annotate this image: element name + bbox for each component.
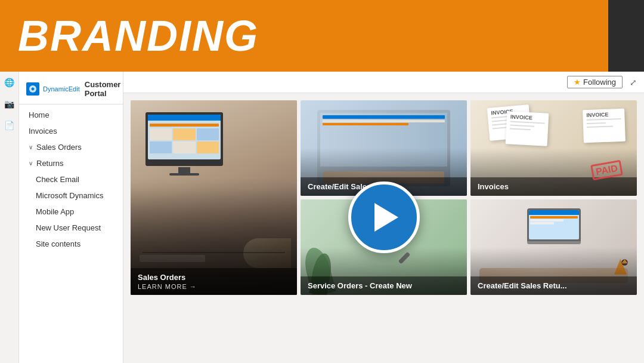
nav-label-returns: Returns bbox=[36, 159, 64, 168]
following-button[interactable]: ★ Following bbox=[567, 76, 623, 88]
content-top-bar: ★ Following ⤢ bbox=[123, 72, 644, 93]
tile-label-service-orders: Service Orders - Create New bbox=[301, 276, 467, 295]
nav-label-mobile: Mobile App bbox=[36, 207, 74, 216]
main-content: ★ Following ⤢ bbox=[123, 72, 644, 363]
top-banner: BRANDING bbox=[0, 0, 644, 72]
nav-item-home[interactable]: Home bbox=[19, 107, 123, 123]
logo-text: DynamicEdit bbox=[43, 85, 80, 93]
expand-icon[interactable]: ⤢ bbox=[630, 78, 637, 87]
nav-item-check-email[interactable]: Check Email bbox=[19, 171, 123, 187]
nav-label-dynamics: Microsoft Dynamics bbox=[36, 191, 103, 200]
tile-sales-orders[interactable]: Sales Orders LEARN MORE → bbox=[131, 100, 297, 295]
nav-item-site-contents[interactable]: Site contents bbox=[19, 236, 123, 252]
nav-item-returns[interactable]: ∨ Returns bbox=[19, 155, 123, 171]
nav-label-home: Home bbox=[29, 110, 49, 119]
tile-label-invoices: Invoices bbox=[470, 177, 637, 196]
globe-icon[interactable]: 🌐 bbox=[4, 76, 16, 88]
nav-header: DynamicEdit Customer Portal bbox=[19, 76, 123, 104]
portal-title: Customer Portal bbox=[85, 80, 121, 98]
nav-item-sales-orders[interactable]: ∨ Sales Orders bbox=[19, 139, 123, 155]
nav-logo: DynamicEdit bbox=[26, 82, 80, 96]
doc-icon[interactable]: 📄 bbox=[4, 119, 16, 131]
play-triangle-icon bbox=[374, 203, 398, 232]
icon-bar: 🌐 📷 📄 bbox=[0, 72, 19, 363]
dark-tab bbox=[608, 0, 644, 72]
sp-container: 🌐 📷 📄 DynamicEdit Customer Portal Home I… bbox=[0, 72, 644, 363]
tile-invoices[interactable]: INVOICE INVOICE INVOICE bbox=[470, 100, 637, 196]
star-icon: ★ bbox=[574, 78, 581, 87]
nav-item-new-user[interactable]: New User Request bbox=[19, 220, 123, 236]
nav-item-mobile[interactable]: Mobile App bbox=[19, 204, 123, 220]
expand-icon-returns: ∨ bbox=[29, 160, 33, 167]
banner-title: BRANDING bbox=[18, 11, 259, 60]
nav-sidebar: DynamicEdit Customer Portal Home Invoice… bbox=[19, 72, 123, 363]
following-label: Following bbox=[583, 78, 616, 87]
tile-sublabel-sales-orders: LEARN MORE → bbox=[138, 283, 290, 290]
tile-label-sales-orders: Sales Orders LEARN MORE → bbox=[131, 268, 297, 295]
play-button[interactable] bbox=[348, 182, 420, 253]
nav-item-invoices[interactable]: Invoices bbox=[19, 123, 123, 139]
nav-label-invoices: Invoices bbox=[29, 127, 57, 136]
nav-label-site-contents: Site contents bbox=[36, 239, 80, 248]
nav-label-check-email: Check Email bbox=[36, 175, 79, 184]
nav-label-new-user: New User Request bbox=[36, 223, 101, 232]
tile-sales-returns[interactable]: Create/Edit Sales Retu... bbox=[470, 199, 637, 295]
nav-label-sales-orders: Sales Orders bbox=[36, 143, 82, 152]
expand-icon-sales: ∨ bbox=[29, 144, 33, 150]
tile-label-sales-returns: Create/Edit Sales Retu... bbox=[470, 276, 637, 295]
logo-icon bbox=[26, 82, 39, 96]
nav-item-dynamics[interactable]: Microsoft Dynamics bbox=[19, 187, 123, 204]
camera-icon[interactable]: 📷 bbox=[4, 98, 16, 110]
